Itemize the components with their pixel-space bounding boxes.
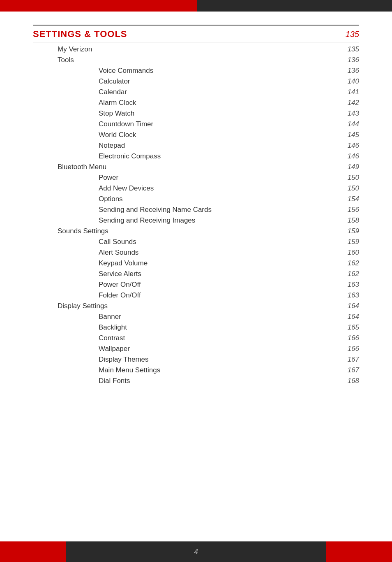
- toc-row: Add New Devices150: [33, 183, 359, 194]
- toc-item-page: 135: [348, 45, 359, 53]
- section-page-number: 135: [346, 30, 359, 39]
- toc-item-title: Alarm Clock: [33, 99, 136, 107]
- bottom-center: 4: [66, 541, 326, 562]
- top-bar-red: [0, 0, 197, 12]
- toc-item-title: Keypad Volume: [33, 259, 148, 267]
- toc-row: Alarm Clock142: [33, 98, 359, 108]
- toc-row: Service Alerts162: [33, 269, 359, 279]
- table-of-contents: SETTINGS & TOOLS 135 My Verizon135Tools1…: [33, 25, 359, 386]
- toc-row: My Verizon135: [33, 44, 359, 55]
- bottom-right-accent: [326, 541, 392, 562]
- toc-item-page: 165: [348, 323, 359, 332]
- toc-item-title: Voice Commands: [33, 67, 153, 75]
- toc-item-title: Power: [33, 174, 118, 182]
- toc-item-title: Sending and Receiving Name Cards: [33, 206, 212, 214]
- toc-item-page: 159: [348, 238, 359, 246]
- bottom-left-accent: [0, 541, 66, 562]
- toc-item-page: 143: [348, 109, 359, 118]
- toc-row: Display Settings164: [33, 301, 359, 311]
- toc-row: World Clock145: [33, 130, 359, 140]
- toc-item-title: Wallpaper: [33, 345, 130, 353]
- toc-item-page: 164: [348, 313, 359, 321]
- toc-row: Countdown Timer144: [33, 119, 359, 130]
- toc-row: Wallpaper166: [33, 344, 359, 354]
- toc-item-page: 146: [348, 152, 359, 160]
- toc-item-title: Backlight: [33, 323, 127, 332]
- toc-item-page: 159: [348, 227, 359, 235]
- toc-item-page: 154: [348, 195, 359, 203]
- content-area: SETTINGS & TOOLS 135 My Verizon135Tools1…: [33, 25, 359, 533]
- toc-item-title: World Clock: [33, 131, 136, 139]
- toc-item-title: Calculator: [33, 77, 130, 86]
- toc-item-page: 150: [348, 174, 359, 182]
- toc-item-page: 164: [348, 302, 359, 310]
- top-bar-dark: [197, 0, 392, 12]
- toc-item-page: 166: [348, 345, 359, 353]
- toc-row: Main Menu Settings167: [33, 365, 359, 376]
- toc-item-title: Stop Watch: [33, 109, 134, 118]
- toc-item-title: My Verizon: [33, 45, 92, 53]
- toc-item-page: 136: [348, 67, 359, 75]
- page-number: 4: [194, 548, 198, 556]
- toc-item-title: Display Themes: [33, 355, 149, 364]
- toc-row: Keypad Volume162: [33, 258, 359, 269]
- toc-row: Dial Fonts168: [33, 376, 359, 386]
- toc-item-title: Sending and Receiving Images: [33, 216, 195, 225]
- toc-item-title: Service Alerts: [33, 270, 141, 278]
- toc-item-page: 149: [348, 163, 359, 171]
- toc-row: Alert Sounds160: [33, 247, 359, 258]
- toc-item-title: Folder On/Off: [33, 291, 141, 300]
- toc-item-title: Call Sounds: [33, 238, 136, 246]
- toc-row: Power On/Off163: [33, 279, 359, 290]
- toc-row: Tools136: [33, 55, 359, 65]
- toc-row: Banner164: [33, 311, 359, 322]
- section-title: SETTINGS & TOOLS: [33, 29, 127, 39]
- toc-item-title: Bluetooth Menu: [33, 163, 106, 171]
- toc-item-title: Power On/Off: [33, 281, 141, 289]
- toc-row: Electronic Compass146: [33, 151, 359, 162]
- toc-item-page: 142: [348, 99, 359, 107]
- toc-item-title: Contrast: [33, 334, 125, 342]
- top-bar: [0, 0, 392, 12]
- toc-item-page: 136: [348, 56, 359, 64]
- toc-item-page: 163: [348, 281, 359, 289]
- toc-item-page: 167: [348, 366, 359, 374]
- toc-row: Sounds Settings159: [33, 226, 359, 237]
- toc-item-title: Add New Devices: [33, 184, 154, 193]
- toc-row: Notepad146: [33, 140, 359, 151]
- toc-row: Voice Commands136: [33, 65, 359, 76]
- toc-item-title: Countdown Timer: [33, 120, 153, 128]
- toc-item-title: Options: [33, 195, 123, 203]
- toc-item-title: Banner: [33, 313, 121, 321]
- toc-item-page: 162: [348, 259, 359, 267]
- toc-row: Calculator140: [33, 76, 359, 87]
- toc-row: Sending and Receiving Name Cards156: [33, 204, 359, 215]
- toc-item-page: 168: [348, 377, 359, 385]
- toc-item-title: Calendar: [33, 88, 127, 96]
- bottom-bar-inner: 4: [0, 541, 392, 562]
- toc-row: Power150: [33, 172, 359, 183]
- toc-row: Options154: [33, 194, 359, 204]
- toc-item-title: Notepad: [33, 142, 125, 150]
- toc-item-title: Alert Sounds: [33, 248, 138, 257]
- toc-item-title: Dial Fonts: [33, 377, 130, 385]
- toc-row: Contrast166: [33, 333, 359, 344]
- toc-row: Sending and Receiving Images158: [33, 215, 359, 226]
- toc-item-page: 156: [348, 206, 359, 214]
- toc-item-page: 140: [348, 77, 359, 86]
- toc-item-page: 167: [348, 355, 359, 364]
- toc-item-page: 162: [348, 270, 359, 278]
- toc-item-page: 166: [348, 334, 359, 342]
- toc-item-title: Sounds Settings: [33, 227, 108, 235]
- toc-row: Call Sounds159: [33, 237, 359, 247]
- toc-rows: My Verizon135Tools136Voice Commands136Ca…: [33, 44, 359, 386]
- bottom-bar: 4: [0, 541, 392, 562]
- toc-item-page: 150: [348, 184, 359, 193]
- toc-item-page: 145: [348, 131, 359, 139]
- toc-item-title: Main Menu Settings: [33, 366, 160, 374]
- toc-row: Bluetooth Menu149: [33, 162, 359, 172]
- toc-item-page: 146: [348, 142, 359, 150]
- toc-item-page: 158: [348, 216, 359, 225]
- toc-item-title: Electronic Compass: [33, 152, 161, 160]
- toc-row: Display Themes167: [33, 354, 359, 365]
